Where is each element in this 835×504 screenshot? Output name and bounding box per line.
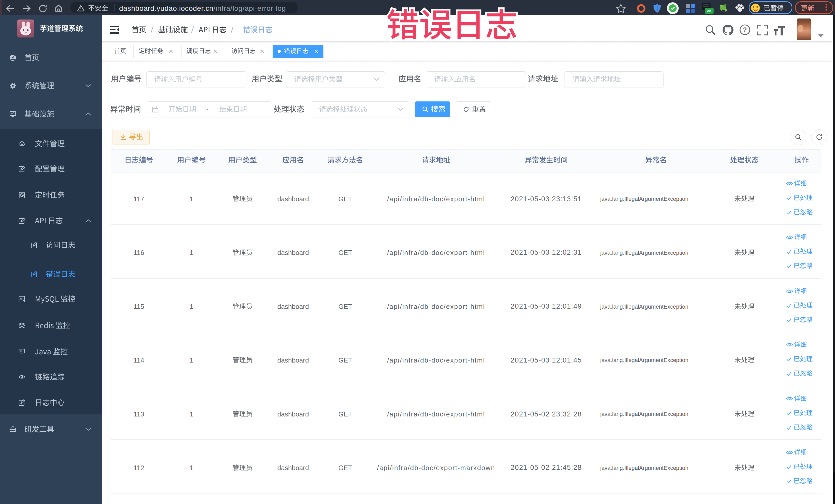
svg-text:?: ?: [743, 26, 747, 33]
svg-text:on: on: [707, 9, 711, 13]
